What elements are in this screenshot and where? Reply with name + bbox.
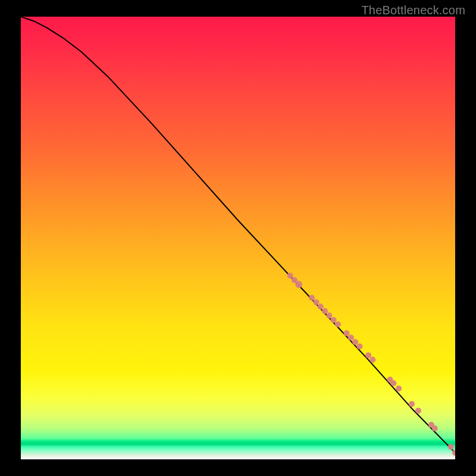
svg-point-24: [452, 450, 455, 456]
svg-point-16: [387, 377, 393, 383]
svg-point-12: [352, 339, 358, 345]
svg-point-7: [326, 312, 332, 318]
svg-point-15: [369, 357, 375, 363]
svg-point-10: [344, 330, 350, 336]
curve-line: [21, 17, 455, 453]
svg-point-8: [331, 317, 337, 323]
svg-point-21: [428, 422, 434, 428]
svg-point-22: [432, 425, 438, 431]
svg-point-1: [292, 277, 298, 283]
svg-point-13: [356, 343, 362, 349]
svg-point-0: [287, 273, 293, 278]
svg-point-20: [415, 408, 421, 414]
svg-point-4: [313, 299, 319, 305]
svg-point-19: [409, 401, 415, 407]
chart-overlay: [21, 17, 455, 459]
svg-point-14: [365, 352, 371, 358]
scatter-markers: [287, 273, 455, 456]
svg-point-2: [295, 281, 302, 288]
gradient-plot-area: [21, 17, 455, 459]
svg-point-6: [322, 308, 328, 314]
svg-point-18: [396, 386, 402, 392]
chart-stage: TheBottleneck.com: [0, 0, 476, 476]
svg-point-5: [318, 303, 324, 309]
svg-point-17: [390, 380, 396, 386]
svg-point-23: [448, 444, 454, 450]
attribution-text: TheBottleneck.com: [361, 4, 465, 17]
svg-point-9: [335, 321, 341, 327]
svg-point-11: [348, 334, 354, 340]
svg-point-3: [309, 295, 315, 300]
